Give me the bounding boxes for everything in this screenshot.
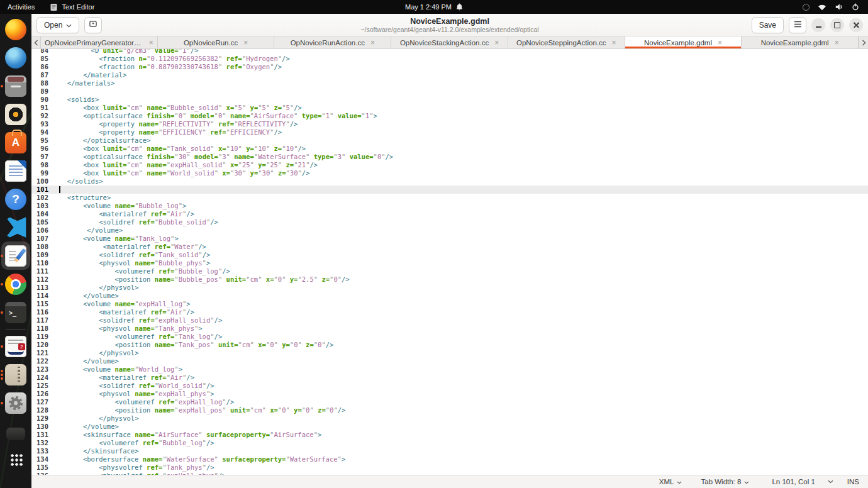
code-line[interactable]: 110 <physvol name="Bubble_phys"> [31, 259, 868, 267]
tab-scroll-left-button[interactable] [31, 36, 41, 48]
dock-item-package[interactable] [1, 360, 30, 389]
dock-item-texteditor[interactable] [1, 241, 30, 270]
dock-item-vscode[interactable] [1, 213, 30, 241]
dock-item-appgrid[interactable] [1, 445, 30, 474]
code-line[interactable]: 97 <opticalsurface finish="30" model="3"… [31, 153, 868, 161]
code-line[interactable]: 131 <skinsurface name="AirSurface" surfa… [31, 431, 868, 439]
code-line[interactable]: 129 </physvol> [31, 414, 868, 423]
tab-close-icon[interactable]: × [243, 39, 248, 47]
focused-app-menu[interactable]: Text Editor [42, 0, 102, 14]
tab-opnovicesteppingaction-cc[interactable]: OpNoviceSteppingAction.cc× [508, 36, 625, 48]
code-line[interactable]: 119 <volumeref ref="Tank_log"/> [31, 333, 868, 341]
code-line[interactable]: 98 <box lunit="cm" name="expHall_solid" … [31, 161, 868, 169]
code-line[interactable]: 105 <solidref ref="Bubble_solid"/> [31, 218, 868, 226]
dock-item-settings[interactable] [1, 389, 30, 417]
tab-noviceexample-gdml[interactable]: NoviceExample.gdml× [625, 36, 742, 48]
code-line[interactable]: 108 <materialref ref="Water"/> [31, 243, 868, 251]
code-line[interactable]: 136 <physvolref ref="expHall_phys"/> [31, 472, 868, 475]
code-line[interactable]: 92 <opticalsurface finish="0" model="0" … [31, 112, 868, 120]
tab-close-icon[interactable]: × [718, 39, 722, 47]
code-line[interactable]: 85 <fraction n="0.112097669256382" ref="… [31, 55, 868, 63]
tab-opnoviceprimarygeneratormessenger-cc[interactable]: OpNovicePrimaryGeneratorMessenger.cc× [41, 36, 158, 48]
code-line[interactable]: 84 <D unit="g/cm3" value="1"/> [31, 49, 868, 55]
code-line[interactable]: 109 <solidref ref="Tank_solid"/> [31, 251, 868, 259]
tab-close-icon[interactable]: × [149, 39, 153, 47]
code-line[interactable]: 87 </material> [31, 71, 868, 79]
tab-width-selector[interactable]: Tab Width: 8 [694, 475, 755, 488]
code-line[interactable]: 115 <volume name="expHall_log"> [31, 300, 868, 308]
code-line[interactable]: 125 <solidref ref="World_solid"/> [31, 382, 868, 390]
code-line[interactable]: 102 <structure> [31, 194, 868, 202]
tab-opnovicerunaction-cc[interactable]: OpNoviceRunAction.cc× [274, 36, 391, 48]
dock-item-evince[interactable] [1, 332, 30, 360]
tab-close-icon[interactable]: × [370, 39, 375, 47]
code-line[interactable]: 121 </physvol> [31, 349, 868, 357]
dock-item-writer[interactable] [1, 157, 30, 185]
dock-item-rhythmbox[interactable] [1, 100, 30, 128]
editor-area[interactable]: 84 <D unit="g/cm3" value="1"/>85 <fracti… [31, 49, 868, 475]
code-line[interactable]: 135 <physvolref ref="Tank_phys"/> [31, 463, 868, 472]
code-line[interactable]: 91 <box lunit="cm" name="Bubble_solid" x… [31, 104, 868, 112]
dock-item-firefox[interactable] [1, 15, 30, 43]
tab-close-icon[interactable]: × [835, 39, 839, 47]
code-line[interactable]: 106 </volume> [31, 226, 868, 235]
code-line[interactable]: 118 <physvol name="Tank_phys"> [31, 324, 868, 333]
code-line[interactable]: 120 <position name="Tank_pos" unit="cm" … [31, 341, 868, 349]
activities-button[interactable]: Activities [0, 0, 42, 14]
code-line[interactable]: 127 <volumeref ref="expHall_log"/> [31, 398, 868, 406]
tab-noviceexample-gdml[interactable]: NoviceExample.gdml× [742, 36, 859, 48]
code-line[interactable]: 117 <solidref ref="expHall_solid"/> [31, 316, 868, 324]
restore-button[interactable] [830, 18, 844, 32]
code-line[interactable]: 133 </skinsurface> [31, 447, 868, 455]
dock-item-trash[interactable] [1, 417, 30, 445]
code-line[interactable]: 134 <bordersurface name="WaterSurface" s… [31, 455, 868, 463]
code-line[interactable]: 128 <position name="expHall_pos" unit="c… [31, 406, 868, 414]
tab-opnovicestackingaction-cc[interactable]: OpNoviceStackingAction.cc× [391, 36, 508, 48]
dock-item-terminal[interactable] [1, 298, 30, 326]
code-line[interactable]: 96 <box lunit="cm" name="Tank_solid" x="… [31, 145, 868, 153]
dock-item-help[interactable] [1, 185, 30, 213]
code-line[interactable]: 130 </volume> [31, 423, 868, 431]
cursor-position-button[interactable]: Ln 101, Col 1 [765, 475, 821, 488]
code-line[interactable]: 90 <solids> [31, 96, 868, 104]
dock-item-software[interactable] [1, 128, 30, 157]
code-line[interactable]: 101 [31, 186, 868, 194]
dock-item-chrome[interactable] [1, 270, 30, 298]
system-status-area[interactable] [794, 0, 868, 14]
language-selector[interactable]: XML [653, 475, 689, 488]
code-line[interactable]: 132 <volumeref ref="Bubble_log"/> [31, 439, 868, 447]
code-line[interactable]: 114 </volume> [31, 292, 868, 300]
code-line[interactable]: 94 <property name="EFFICIENCY" ref="EFFI… [31, 128, 868, 136]
code-line[interactable]: 126 <physvol name="expHall_phys"> [31, 390, 868, 398]
code-line[interactable]: 124 <materialref ref="Air"/> [31, 374, 868, 382]
code-line[interactable]: 122 </volume> [31, 357, 868, 365]
code-line[interactable]: 104 <materialref ref="Air"/> [31, 210, 868, 218]
code-line[interactable]: 112 <position name="Bubble_pos" unit="cm… [31, 275, 868, 284]
dock-item-thunderbird[interactable] [1, 43, 30, 72]
code-line[interactable]: 88 </materials> [31, 79, 868, 87]
close-button[interactable] [849, 18, 863, 32]
code-line[interactable]: 93 <property name="REFLECTIVITY" ref="RE… [31, 120, 868, 128]
code-line[interactable]: 113 </physvol> [31, 284, 868, 292]
tab-close-icon[interactable]: × [612, 39, 616, 47]
tab-close-icon[interactable]: × [494, 39, 499, 47]
code-line[interactable]: 111 <volumeref ref="Bubble_log"/> [31, 267, 868, 275]
main-menu-button[interactable] [789, 17, 806, 33]
code-line[interactable]: 99 <box lunit="cm" name="World_solid" x=… [31, 169, 868, 177]
clock-menu[interactable]: May 1 2:49 PM [405, 0, 463, 14]
tab-opnovicerun-cc[interactable]: OpNoviceRun.cc× [158, 36, 275, 48]
dock-item-files[interactable] [1, 72, 30, 100]
code-line[interactable]: 116 <materialref ref="Air"/> [31, 308, 868, 316]
minimize-button[interactable] [811, 18, 825, 32]
code-line[interactable]: 107 <volume name="Tank_log"> [31, 235, 868, 243]
new-tab-button[interactable] [84, 17, 102, 33]
tab-scroll-right-button[interactable] [859, 36, 868, 48]
code-line[interactable]: 86 <fraction n="0.887902330743618" ref="… [31, 63, 868, 71]
code-line[interactable]: 95 </opticalsurface> [31, 136, 868, 145]
code-line[interactable]: 89 [31, 87, 868, 96]
chevron-down-icon[interactable] [821, 480, 845, 484]
open-button[interactable]: Open [36, 17, 79, 33]
code-line[interactable]: 100 </solids> [31, 177, 868, 186]
save-button[interactable]: Save [752, 17, 784, 33]
code-line[interactable]: 123 <volume name="World_log"> [31, 365, 868, 374]
